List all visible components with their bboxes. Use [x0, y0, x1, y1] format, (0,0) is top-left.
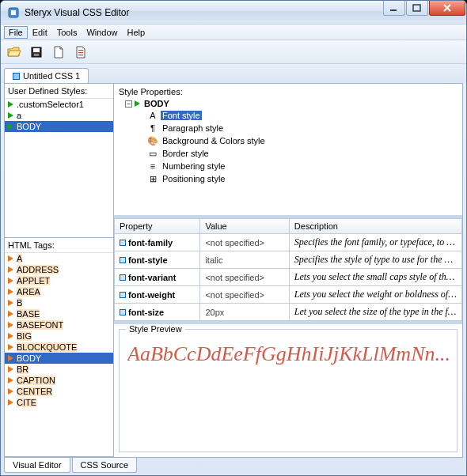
svg-rect-2	[390, 9, 397, 11]
menu-file[interactable]: File	[4, 26, 28, 39]
app-icon	[7, 6, 20, 19]
svg-rect-7	[78, 50, 83, 51]
user-styles-list: .customSelector1 a BODY	[5, 99, 113, 237]
play-icon	[8, 112, 13, 119]
document-tabs: Untitled CSS 1	[1, 64, 466, 83]
menu-edit[interactable]: Edit	[28, 26, 52, 39]
property-value[interactable]: <not specified>	[200, 269, 289, 286]
maximize-button[interactable]	[406, 1, 428, 16]
style-preview-sample: AaBbCcDdEeFfGgHhIiJjKkLlMmNn...	[127, 342, 449, 366]
user-styles-panel: User Defined Styles: .customSelector1 a …	[5, 84, 113, 238]
play-icon	[8, 355, 13, 361]
left-column: User Defined Styles: .customSelector1 a …	[5, 84, 114, 457]
list-item[interactable]: BR	[5, 364, 113, 375]
square-icon	[120, 257, 126, 263]
list-item[interactable]: CENTER	[5, 386, 113, 397]
list-item[interactable]: BASE	[5, 308, 113, 319]
list-item[interactable]: BLOCKQUOTE	[5, 342, 113, 353]
tree-item[interactable]: ≡Numbering style	[125, 160, 458, 172]
style-preview-title: Style Preview	[126, 324, 185, 334]
play-icon	[8, 255, 13, 262]
property-value[interactable]: <not specified>	[200, 234, 289, 251]
play-icon	[8, 377, 13, 383]
list-item[interactable]: .customSelector1	[5, 99, 113, 110]
play-icon	[135, 100, 140, 107]
play-icon	[8, 278, 13, 284]
list-item[interactable]: BIG	[5, 331, 113, 342]
list-item[interactable]: CITE	[5, 397, 113, 408]
square-icon	[120, 292, 126, 298]
tree-item[interactable]: ▭Border style	[125, 147, 458, 160]
category-icon: ¶	[147, 123, 158, 134]
list-item[interactable]: a	[5, 110, 113, 121]
close-button[interactable]	[429, 1, 465, 16]
list-item[interactable]: ADDRESS	[5, 264, 113, 275]
style-tree: − BODY AFont style¶Paragraph style🎨Backg…	[119, 96, 458, 185]
html-tags-list: AADDRESSAPPLETAREABBASEBASEFONTBIGBLOCKQ…	[5, 253, 113, 456]
property-name: font-weight	[115, 286, 200, 304]
new-doc-button[interactable]	[48, 43, 69, 62]
play-icon	[8, 322, 13, 328]
category-icon: ⊞	[147, 173, 158, 184]
table-row[interactable]: font-weight<not specified>Lets you selec…	[115, 286, 462, 304]
col-description[interactable]: Description	[289, 219, 461, 234]
list-item[interactable]: A	[5, 253, 113, 264]
list-item[interactable]: BODY	[5, 353, 113, 364]
tree-item[interactable]: ¶Paragraph style	[125, 122, 458, 134]
col-property[interactable]: Property	[115, 219, 200, 234]
list-item[interactable]: AREA	[5, 286, 113, 297]
tree-root[interactable]: − BODY	[125, 98, 458, 109]
toolbar	[1, 40, 466, 64]
play-icon	[8, 366, 13, 372]
table-row[interactable]: font-family<not specified>Specifies the …	[115, 234, 462, 251]
list-item[interactable]: B	[5, 297, 113, 308]
minimize-button[interactable]	[383, 1, 405, 16]
category-icon: ≡	[147, 161, 158, 172]
doc-tab-label: Untitled CSS 1	[23, 71, 80, 81]
property-value[interactable]: <not specified>	[200, 286, 289, 304]
open-button[interactable]	[4, 43, 25, 62]
list-item[interactable]: BASEFONT	[5, 319, 113, 331]
titlebar: Sferyx Visual CSS Editor	[1, 1, 466, 25]
menu-window[interactable]: Window	[82, 26, 122, 39]
table-row[interactable]: font-styleitalicSpecifies the style of t…	[115, 251, 462, 269]
new-styled-doc-button[interactable]	[70, 43, 91, 62]
property-value[interactable]: 20px	[200, 304, 289, 321]
svg-rect-6	[34, 54, 39, 56]
col-value[interactable]: Value	[200, 219, 289, 234]
menu-tools[interactable]: Tools	[52, 26, 82, 39]
play-icon	[8, 123, 13, 130]
list-item[interactable]: BODY	[5, 121, 113, 132]
play-icon	[8, 399, 13, 406]
html-tags-panel: HTML Tags: AADDRESSAPPLETAREABBASEBASEFO…	[5, 238, 113, 457]
svg-rect-1	[11, 10, 16, 15]
user-styles-title: User Defined Styles:	[5, 84, 113, 99]
app-window: Sferyx Visual CSS Editor File Edit Tools…	[0, 0, 467, 476]
style-preview-panel: Style Preview AaBbCcDdEeFfGgHhIiJjKkLlMm…	[119, 329, 458, 452]
list-item[interactable]: APPLET	[5, 275, 113, 286]
category-icon: A	[147, 110, 158, 121]
play-icon	[8, 289, 13, 295]
property-name: font-size	[115, 304, 200, 321]
play-icon	[8, 333, 13, 339]
svg-rect-5	[33, 48, 40, 52]
svg-rect-9	[78, 55, 83, 55]
play-icon	[8, 388, 13, 395]
collapse-icon[interactable]: −	[125, 100, 132, 108]
tree-item[interactable]: 🎨Background & Colors style	[125, 134, 458, 147]
tab-visual-editor[interactable]: Visual Editor	[4, 458, 70, 473]
property-value[interactable]: italic	[200, 251, 289, 269]
save-button[interactable]	[26, 43, 47, 62]
property-table: Property Value Description font-family<n…	[114, 218, 462, 321]
doc-tab-icon	[13, 73, 20, 80]
table-row[interactable]: font-size20pxLet you select the size of …	[115, 304, 462, 321]
property-description: Lets you select the small caps style of …	[289, 269, 461, 286]
document-tab[interactable]: Untitled CSS 1	[4, 68, 89, 83]
table-row[interactable]: font-variant<not specified>Lets you sele…	[115, 269, 462, 286]
tab-css-source[interactable]: CSS Source	[72, 458, 138, 473]
tree-item[interactable]: AFont style	[125, 109, 458, 122]
menu-help[interactable]: Help	[123, 26, 150, 39]
tree-item[interactable]: ⊞Positioning style	[125, 172, 458, 185]
window-buttons	[383, 1, 466, 24]
list-item[interactable]: CAPTION	[5, 375, 113, 386]
